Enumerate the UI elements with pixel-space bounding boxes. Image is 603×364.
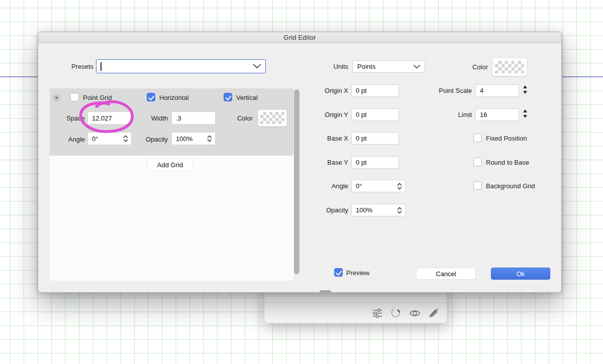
point-grid-checkbox[interactable] [70,93,79,101]
grid-editor-dialog: Grid Editor Presets Units Points Color × [38,32,562,293]
round-to-base-label: Round to Base [486,159,529,166]
vertical-checkbox[interactable] [224,93,232,101]
units-dropdown[interactable]: Points [352,60,425,73]
angle-input[interactable]: 0° [351,180,406,192]
dialog-titlebar[interactable]: Grid Editor [38,32,561,43]
background-grid-label: Background Grid [486,182,535,190]
preview-label: Preview [346,269,369,277]
close-icon: × [55,94,58,101]
stepper-icon[interactable] [207,135,212,143]
stepper-icon[interactable] [397,182,402,190]
entry-angle-label: Angle [50,136,85,143]
grid-entry: × Point Grid Horizontal Vertical Space 1… [50,88,293,156]
stepper-icon[interactable] [397,206,402,214]
entry-opacity-label: Opacity [133,136,168,143]
units-label: Units [303,63,348,70]
origin-y-label: Origin Y [303,111,348,118]
screen: Grid Editor Presets Units Points Color × [0,0,603,364]
doc-color-swatch[interactable] [492,58,527,76]
point-scale-stepper[interactable] [522,85,528,94]
cancel-button[interactable]: Cancel [416,268,476,280]
panel-grab-handle[interactable] [320,290,331,293]
space-label: Space [50,114,85,122]
point-scale-label: Point Scale [427,87,472,94]
opacity-input[interactable]: 100% [351,204,406,216]
origin-y-input[interactable]: 0 pt [351,108,399,121]
fixed-position-label: Fixed Position [486,135,527,142]
stepper-down-icon[interactable] [523,91,527,94]
presets-combobox[interactable] [96,59,266,73]
background-grid-checkbox[interactable] [473,181,482,190]
preview-checkbox[interactable] [334,268,343,277]
eye-icon[interactable] [409,307,421,319]
origin-x-input[interactable]: 0 pt [351,84,399,97]
entry-color-label: Color [218,114,253,122]
transparency-checker [260,112,284,124]
presets-label: Presets [48,63,93,70]
entry-angle-input[interactable]: 0° [87,132,132,145]
base-x-input[interactable]: 0 pt [351,132,399,145]
remove-grid-button[interactable]: × [52,93,61,102]
horizontal-label: Horizontal [159,94,189,101]
stepper-down-icon[interactable] [523,115,527,118]
panel-divider [264,302,447,303]
space-input[interactable]: 12.027 [87,111,132,125]
limit-label: Limit [427,111,472,118]
opacity-label: Opacity [303,206,348,214]
fixed-position-checkbox[interactable] [473,134,482,142]
ok-button[interactable]: Ok [491,268,550,280]
origin-x-label: Origin X [303,87,348,94]
units-value: Points [357,63,375,70]
no-edit-icon[interactable] [428,307,440,319]
chevron-down-icon [253,64,261,69]
point-grid-label: Point Grid [83,94,112,101]
round-to-base-checkbox[interactable] [473,158,482,166]
width-label: Width [133,114,168,122]
entry-opacity-input[interactable]: 100% [171,132,216,145]
add-grid-button[interactable]: Add Grid [147,158,193,171]
angle-label: Angle [303,182,348,190]
transparency-checker [495,61,524,73]
list-scrollbar[interactable] [294,89,299,274]
horizontal-checkbox[interactable] [147,93,155,101]
snap-pen-icon[interactable] [390,307,402,319]
vertical-label: Vertical [236,94,258,101]
limit-input[interactable]: 16 [475,108,519,121]
stepper-up-icon[interactable] [523,109,527,112]
point-scale-input[interactable]: 4 [475,84,519,97]
stepper-up-icon[interactable] [523,85,527,88]
adjust-sliders-icon[interactable] [371,307,383,319]
chevron-down-icon [413,64,421,69]
base-y-input[interactable]: 0 pt [351,156,399,169]
text-cursor [100,62,102,71]
entry-color-swatch[interactable] [258,109,287,127]
stepper-icon[interactable] [123,135,128,143]
doc-color-label: Color [443,63,488,71]
limit-stepper[interactable] [522,109,528,118]
width-input[interactable]: .3 [171,111,216,125]
grid-list: × Point Grid Horizontal Vertical Space 1… [50,88,293,281]
base-x-label: Base X [303,135,348,142]
base-y-label: Base Y [303,159,348,166]
dialog-title: Grid Editor [283,34,316,41]
